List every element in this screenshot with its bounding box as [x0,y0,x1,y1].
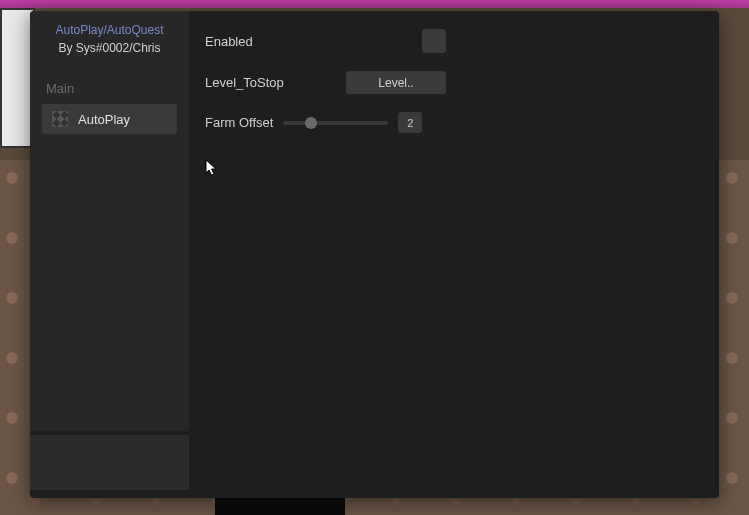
sidebar-footer-blur [30,435,189,490]
grid-icon [52,111,68,127]
sidebar-item-autoplay[interactable]: AutoPlay [42,104,177,134]
bg-top-bar [0,0,749,8]
content-column-left: Enabled Level_ToStop Level.. Farm Offset… [189,11,463,498]
row-enabled: Enabled [205,29,446,53]
content-area: Enabled Level_ToStop Level.. Farm Offset… [189,11,719,498]
panel-subtitle: By Sys#0002/Chris [30,39,189,73]
sidebar-section-main: Main [30,73,189,102]
panel-title: AutoPlay/AutoQuest [30,21,189,39]
settings-panel: AutoPlay/AutoQuest By Sys#0002/Chris Mai… [30,11,719,498]
row-level-to-stop: Level_ToStop Level.. [205,71,446,94]
level-to-stop-label: Level_ToStop [205,75,284,90]
content-column-right [463,11,719,498]
farm-offset-slider[interactable] [283,121,388,125]
enabled-label: Enabled [205,34,253,49]
level-to-stop-dropdown[interactable]: Level.. [346,71,446,94]
farm-offset-value: 2 [398,112,422,133]
sidebar-item-label: AutoPlay [78,112,130,127]
sidebar: AutoPlay/AutoQuest By Sys#0002/Chris Mai… [30,11,189,431]
row-farm-offset: Farm Offset 2 [205,112,446,133]
enabled-toggle[interactable] [422,29,446,53]
slider-thumb[interactable] [305,117,317,129]
farm-offset-label: Farm Offset [205,115,273,130]
